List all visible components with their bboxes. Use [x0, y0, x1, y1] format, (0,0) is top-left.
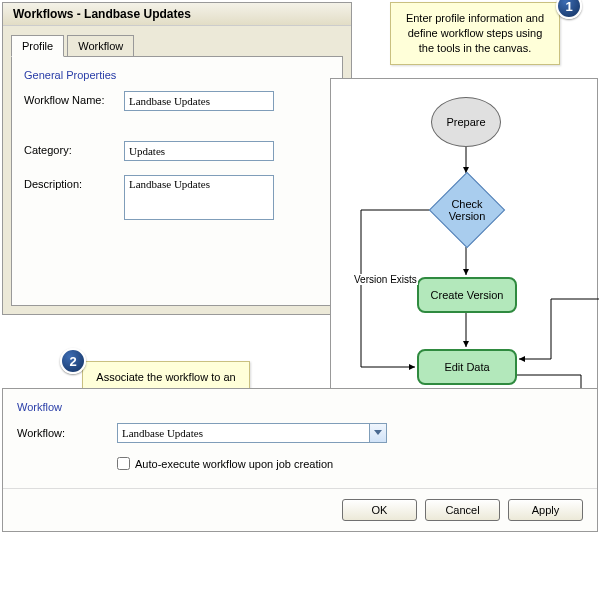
auto-execute-checkbox[interactable]: [117, 457, 130, 470]
workflow-section-legend: Workflow: [17, 401, 583, 413]
ok-button[interactable]: OK: [342, 499, 417, 521]
description-label: Description:: [24, 175, 124, 190]
workflow-canvas[interactable]: Prepare Check Version Create Version Edi…: [330, 78, 598, 398]
node-check-version[interactable]: Check Version: [431, 174, 503, 246]
edge-label-version-exists: Version Exists: [353, 274, 418, 285]
node-edit-data[interactable]: Edit Data: [417, 349, 517, 385]
workflow-select[interactable]: [117, 423, 387, 443]
category-input[interactable]: [124, 141, 274, 161]
auto-execute-label: Auto-execute workflow upon job creation: [135, 458, 333, 470]
window-title: Workflows - Landbase Updates: [3, 3, 351, 26]
workflow-name-label: Workflow Name:: [24, 91, 124, 106]
job-type-dialog: Workflow Workflow: Auto-execute workflow…: [2, 388, 598, 532]
tab-workflow[interactable]: Workflow: [67, 35, 134, 56]
description-input[interactable]: Landbase Updates: [124, 175, 274, 220]
dialog-buttons: OK Cancel Apply: [3, 488, 597, 531]
category-label: Category:: [24, 141, 124, 156]
callout-1: Enter profile information and define wor…: [390, 2, 560, 65]
apply-button[interactable]: Apply: [508, 499, 583, 521]
profile-panel: General Properties Workflow Name: Catego…: [11, 56, 343, 306]
tab-profile[interactable]: Profile: [11, 35, 64, 57]
badge-1: 1: [556, 0, 582, 19]
chevron-down-icon[interactable]: [369, 424, 386, 442]
workflows-window: Workflows - Landbase Updates Profile Wor…: [2, 2, 352, 315]
general-properties-legend: General Properties: [24, 69, 330, 81]
workflow-name-input[interactable]: [124, 91, 274, 111]
tab-strip: Profile Workflow: [3, 26, 351, 56]
cancel-button[interactable]: Cancel: [425, 499, 500, 521]
workflow-select-label: Workflow:: [17, 427, 117, 439]
node-prepare[interactable]: Prepare: [431, 97, 501, 147]
node-check-version-label: Check Version: [449, 198, 486, 222]
badge-2: 2: [60, 348, 86, 374]
node-create-version[interactable]: Create Version: [417, 277, 517, 313]
